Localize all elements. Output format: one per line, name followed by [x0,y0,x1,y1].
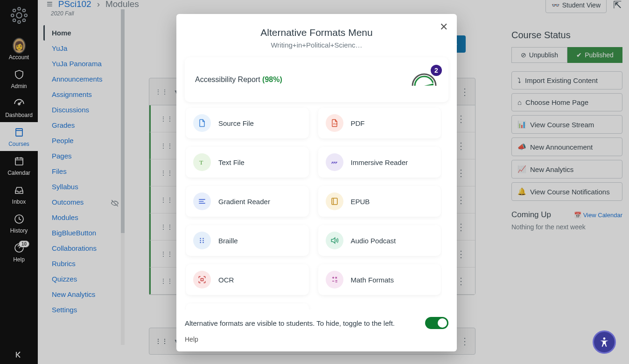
gradient-icon [193,192,211,210]
modal-subtitle: Writing+in+Political+Scienc… [176,41,457,49]
svg-point-18 [200,238,201,240]
ocr-icon [193,271,211,288]
format-grid: Source FilePDFPDFTText FileImmersive Rea… [185,105,442,309]
report-score: (98%) [262,76,282,83]
format-braille[interactable]: Braille [186,225,309,256]
report-label: Accessibility Report [195,76,260,83]
report-text: Accessibility Report (98%) [195,76,282,84]
svg-point-20 [200,242,201,243]
svg-point-23 [203,242,204,243]
pdf-icon: PDF [326,114,343,132]
svg-rect-17 [332,198,337,204]
format-pdf[interactable]: PDFPDF [318,108,441,138]
format-ocr[interactable]: OCR [186,264,309,295]
format-list-area: Source FilePDFPDFTText FileImmersive Rea… [185,105,442,309]
svg-marker-14 [424,83,433,86]
format-label: Source File [218,119,254,127]
svg-rect-24 [201,279,203,281]
modal-footer-msg: Alternative formats are visible to stude… [185,319,395,327]
format-lang[interactable]: Language Translations [186,303,309,309]
gauge-icon: 2 [410,69,438,90]
audio-icon [326,232,343,249]
braille-icon [193,232,211,249]
format-reader[interactable]: Immersive Reader [318,147,441,178]
modal-close-button[interactable]: ✕ [437,21,450,34]
modal-help-link[interactable]: Help [176,334,457,351]
svg-point-22 [203,240,204,241]
format-epub[interactable]: EPUB [318,186,441,217]
svg-text:PDF: PDF [333,123,337,125]
svg-point-19 [200,240,201,241]
accessibility-report-card[interactable]: Accessibility Report (98%) 2 [185,57,448,102]
format-label: EPUB [351,198,370,206]
format-label: OCR [218,276,234,284]
format-gradient[interactable]: Gradient Reader [186,186,309,217]
visibility-toggle[interactable] [425,317,448,329]
accessibility-floating-button[interactable] [593,330,616,354]
format-audio[interactable]: Audio Podcast [318,225,441,256]
format-source[interactable]: Source File [186,108,309,138]
math-icon [326,271,343,288]
format-label: Gradient Reader [218,198,270,206]
svg-point-25 [603,337,606,340]
svg-text:T: T [199,159,203,166]
gauge-badge: 2 [431,65,442,76]
format-label: Immersive Reader [351,158,408,166]
svg-point-21 [203,238,204,240]
format-text[interactable]: TText File [186,147,309,178]
modal-title: Alternative Formats Menu [176,27,457,38]
format-math[interactable]: Math Formats [318,264,441,295]
format-label: Braille [218,237,238,245]
format-label: Text File [218,158,245,166]
alt-formats-modal: ✕ Alternative Formats Menu Writing+in+Po… [176,14,457,351]
format-label: Math Formats [351,276,394,284]
format-label: PDF [351,119,365,127]
format-label: Audio Podcast [351,237,396,245]
reader-icon [326,153,343,171]
modal-footer: Alternative formats are visible to stude… [176,309,457,334]
epub-icon [326,192,343,210]
source-icon [193,114,211,132]
text-icon: T [193,153,211,171]
